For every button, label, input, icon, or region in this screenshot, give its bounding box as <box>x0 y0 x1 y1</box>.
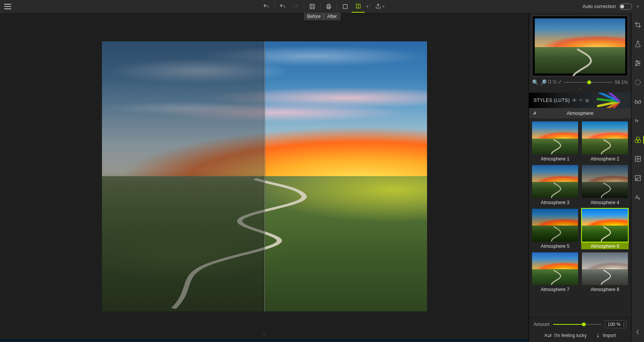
histogram-icon[interactable] <box>633 173 642 183</box>
feeling-lucky-button[interactable]: ✕⇄ I'm feeling lucky <box>544 333 586 338</box>
svg-rect-2 <box>328 4 330 6</box>
svg-rect-0 <box>310 4 315 9</box>
lab-icon[interactable] <box>633 39 642 49</box>
navigator-thumb[interactable] <box>532 16 628 76</box>
import-button[interactable]: ⭳ Import <box>596 333 616 338</box>
undo-step-button[interactable] <box>276 0 289 13</box>
auto-correction-toggle[interactable] <box>619 3 632 10</box>
amount-row: Amount 100 % ▲▼ <box>529 317 631 330</box>
view-single-button[interactable] <box>339 0 352 13</box>
crop-icon[interactable] <box>633 20 642 29</box>
svg-point-24 <box>636 178 637 180</box>
marquee-icon[interactable] <box>633 78 642 87</box>
main-toolbar: ▾ ▾ Auto correction ▾ <box>0 0 644 13</box>
styles-title: STYLES (LUTS) <box>534 98 570 103</box>
zoom-slider[interactable] <box>564 80 613 85</box>
zoom-full-icon[interactable]: ⤢ <box>558 79 562 85</box>
auto-correction-label: Auto correction <box>583 3 616 9</box>
before-after-divider[interactable] <box>264 41 265 311</box>
preset-4[interactable]: Atmosphere 4 <box>581 164 629 206</box>
styles-panel-header: STYLES (LUTS) 👁 ↶ ⊞ <box>529 93 631 108</box>
zoom-value: 59.1% <box>615 80 628 85</box>
amount-value[interactable]: 100 % ▲▼ <box>605 321 626 328</box>
amount-slider[interactable] <box>553 322 601 327</box>
import-icon: ⭳ <box>596 333 600 338</box>
split-labels: Before After <box>304 13 340 20</box>
menu-button[interactable] <box>0 0 15 13</box>
after-label: After <box>324 13 340 20</box>
type-icon[interactable]: Aa <box>633 193 642 202</box>
chevron-up-icon[interactable]: ⌃ <box>262 333 266 339</box>
zoom-fit-icon[interactable]: [1:1] <box>548 79 556 85</box>
svg-point-13 <box>635 80 640 85</box>
auto-correction-dropdown[interactable]: ▾ <box>637 4 639 8</box>
grid-icon[interactable] <box>633 154 642 164</box>
view-mode-dropdown[interactable]: ▾ <box>366 4 368 8</box>
navigator: 🔍 🔎 [1:1] ⤢ 59.1% <box>529 13 631 87</box>
preset-2[interactable]: Atmosphere 2 <box>581 121 629 162</box>
zoom-out-icon[interactable]: 🔍 <box>532 79 539 85</box>
preset-grid: Atmosphere 1Atmosphere 2Atmosphere 3Atmo… <box>531 121 629 293</box>
share-dropdown[interactable]: ▾ <box>383 4 384 8</box>
category-header[interactable]: ◢ Atmosphere <box>529 108 631 118</box>
tool-strip: fxAa❮ <box>631 13 644 342</box>
color-wheels-icon[interactable] <box>633 135 642 144</box>
fx-icon[interactable]: fx <box>633 116 642 125</box>
shuffle-icon: ✕⇄ <box>544 333 552 338</box>
amount-label: Amount <box>534 322 549 327</box>
svg-rect-1 <box>327 5 331 8</box>
preset-8[interactable]: Atmosphere 8 <box>581 252 629 293</box>
preset-3[interactable]: Atmosphere 3 <box>531 164 579 206</box>
category-label: Atmosphere <box>567 110 593 116</box>
preset-6[interactable]: Atmosphere 6 <box>581 208 629 249</box>
view-split-button[interactable] <box>352 0 365 13</box>
expand-caret[interactable]: ❮ <box>636 329 639 334</box>
glasses-icon[interactable] <box>633 97 642 106</box>
svg-rect-4 <box>343 4 347 8</box>
zoom-in-icon[interactable]: 🔎 <box>540 79 547 85</box>
svg-text:a: a <box>638 196 640 200</box>
preset-5[interactable]: Atmosphere 5 <box>531 208 579 249</box>
preset-1[interactable]: Atmosphere 1 <box>531 121 579 162</box>
navigator-collapse[interactable]: ⌃ <box>529 87 631 93</box>
print-button[interactable] <box>322 0 335 13</box>
undo-button[interactable] <box>260 0 273 13</box>
redo-step-button[interactable] <box>289 0 302 13</box>
status-bar <box>0 339 529 342</box>
canvas[interactable] <box>0 13 529 332</box>
sliders-icon[interactable] <box>633 59 642 68</box>
before-label: Before <box>304 13 324 20</box>
svg-text:fx: fx <box>635 118 639 123</box>
preset-7[interactable]: Atmosphere 7 <box>531 252 579 293</box>
save-button[interactable] <box>306 0 319 13</box>
